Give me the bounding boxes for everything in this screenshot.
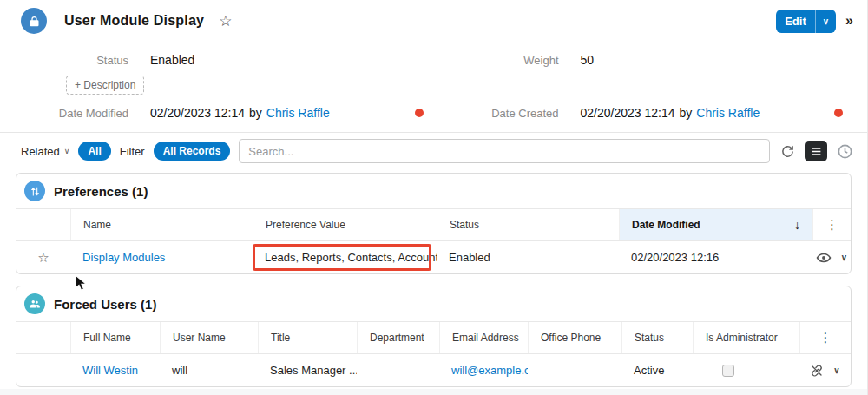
favorite-star-icon[interactable]: ☆ [219,14,232,29]
forced-users-module-icon [24,293,45,314]
date-modified-by-text: by [249,106,262,120]
preference-name-cell: Display Modules [70,251,253,264]
user-row-actions: ∨ [799,364,851,378]
row-expand-chevron-icon[interactable]: ∨ [833,365,839,375]
add-description-button[interactable]: + Description [66,76,144,95]
edit-dropdown-chevron-icon[interactable]: ∨ [816,16,836,26]
page-bottom-strip [0,389,867,395]
status-label: Status [21,54,128,67]
sort-descending-icon: ↓ [794,218,800,232]
search-input[interactable] [239,139,770,163]
email-link[interactable]: will@example.c... [451,364,528,377]
related-toolbar: Related ∨ All Filter All Records [0,133,867,169]
date-modified-value: 02/20/2023 12:14 [150,106,245,120]
status-dot-icon [415,109,424,117]
date-modified-field: Date Modified 02/20/2023 12:14 by Chris … [21,106,437,120]
column-header-department[interactable]: Department [357,322,439,353]
chevron-down-icon: ∨ [64,147,70,155]
preference-value-text: Leads, Reports, Contacts, Account... [265,251,437,264]
user-name-cell: will [160,364,258,377]
related-dropdown[interactable]: Related ∨ [21,145,69,158]
row-expand-chevron-icon[interactable]: ∨ [841,253,847,262]
clock-icon[interactable] [835,142,855,161]
collapse-header-double-chevron-icon[interactable]: » [845,13,853,29]
star-column-header [16,209,70,240]
preference-value-cell: Leads, Reports, Contacts, Account... [253,241,437,273]
module-lock-icon [21,8,47,34]
full-name-link[interactable]: Will Westin [82,364,138,377]
unlink-icon[interactable] [810,364,824,378]
forced-users-table-row: Will Westin will Sales Manager ... will@… [16,354,851,386]
date-modified-header-label: Date Modified [632,219,700,231]
row-favorite-star-icon[interactable]: ☆ [16,250,70,266]
page-title: User Module Display [64,13,204,29]
preferences-table-row: ☆ Display Modules Leads, Reports, Contac… [16,241,851,273]
preference-status-cell: Enabled [437,251,619,264]
preview-eye-icon[interactable] [816,252,832,264]
edit-button[interactable]: Edit ∨ [776,10,836,33]
date-created-label: Date Created [437,107,559,120]
column-header-name[interactable]: Name [70,209,253,240]
preference-name-link[interactable]: Display Modules [82,251,165,264]
preference-row-actions: ∨ [812,252,851,264]
record-fields-row-1: Status Enabled Weight 50 [0,53,867,67]
preference-date-modified-cell: 02/20/2023 12:16 [619,251,812,264]
preferences-panel: Preferences (1) Name Preference Value St… [16,173,852,274]
status-dot-icon [834,109,843,117]
weight-field: Weight 50 [437,53,854,67]
weight-label: Weight [437,54,559,67]
column-header-office-phone[interactable]: Office Phone [528,322,621,353]
date-modified-label: Date Modified [21,107,128,120]
is-administrator-cell [693,365,799,377]
all-records-pill[interactable]: All Records [154,142,231,161]
list-view-icon[interactable] [805,141,827,161]
forced-users-panel-title: Forced Users (1) [54,297,156,312]
forced-users-panel-header: Forced Users (1) [16,286,851,321]
column-header-full-name[interactable]: Full Name [70,322,160,353]
column-header-status[interactable]: Status [621,322,693,353]
user-module-display-page: User Module Display ☆ Edit ∨ » Status En… [0,0,868,395]
date-created-user-link[interactable]: Chris Raffle [696,106,760,120]
record-header: User Module Display ☆ Edit ∨ » [0,0,867,42]
weight-value: 50 [581,53,595,67]
preferences-panel-header: Preferences (1) [16,174,851,208]
email-cell: will@example.c... [439,364,528,377]
user-status-cell: Active [621,364,693,377]
forced-users-panel: Forced Users (1) Full Name User Name Tit… [16,286,852,387]
edit-button-label: Edit [776,15,815,28]
column-header-preference-value[interactable]: Preference Value [253,209,437,240]
toolbar-view-controls [779,141,855,161]
forced-users-table-header: Full Name User Name Title Department Ema… [16,321,851,354]
record-fields-row-3: Date Modified 02/20/2023 12:14 by Chris … [0,106,867,120]
status-value: Enabled [150,53,194,67]
column-header-title[interactable]: Title [258,322,357,353]
date-created-value: 02/20/2023 12:14 [581,106,675,120]
date-modified-user-link[interactable]: Chris Raffle [266,106,330,120]
column-header-status[interactable]: Status [437,209,619,240]
column-header-user-name[interactable]: User Name [160,322,258,353]
refresh-icon[interactable] [779,142,797,161]
record-header-actions: Edit ∨ » [776,10,853,33]
status-field: Status Enabled [21,53,437,67]
column-header-is-administrator[interactable]: Is Administrator [693,322,799,353]
preferences-panel-title: Preferences (1) [54,184,148,199]
full-name-cell: Will Westin [70,364,160,377]
column-options-kebab-icon[interactable]: ⋮ [812,209,851,240]
column-header-date-modified[interactable]: Date Modified ↓ [619,209,812,240]
date-created-by-text: by [680,106,693,120]
title-cell: Sales Manager ... [258,364,357,377]
preferences-table-header: Name Preference Value Status Date Modifi… [16,208,851,241]
filter-label: Filter [120,145,145,158]
column-header-email[interactable]: Email Address [439,322,528,353]
preferences-module-icon [24,181,45,201]
is-administrator-checkbox[interactable] [722,365,734,377]
record-fields-row-2: + Description [0,76,867,95]
related-label: Related [21,145,60,158]
related-all-pill[interactable]: All [78,142,110,161]
column-options-kebab-icon[interactable]: ⋮ [799,322,851,353]
date-created-field: Date Created 02/20/2023 12:14 by Chris R… [437,106,854,120]
lead-column-header [16,322,70,353]
